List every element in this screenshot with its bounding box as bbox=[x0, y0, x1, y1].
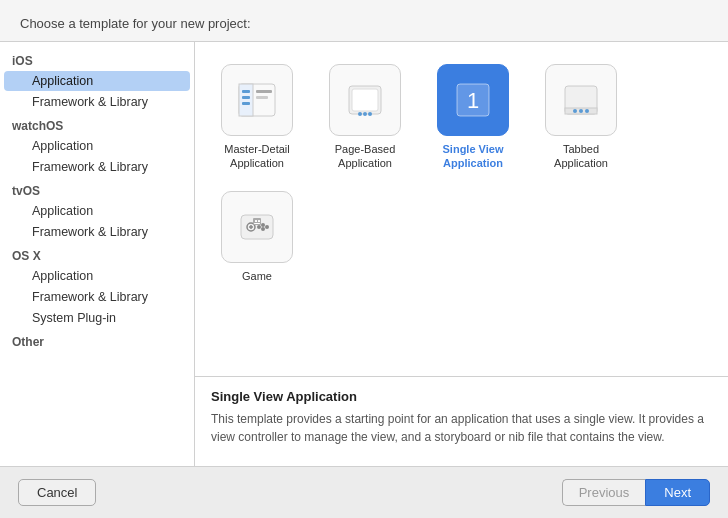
template-label-single-view: Single View Application bbox=[427, 142, 519, 171]
svg-rect-8 bbox=[352, 89, 378, 111]
template-label-master-detail: Master-Detail Application bbox=[211, 142, 303, 171]
description-area: Single View Application This template pr… bbox=[195, 376, 728, 466]
template-item-tabbed[interactable]: Tabbed Application bbox=[531, 58, 631, 177]
svg-point-10 bbox=[363, 112, 367, 116]
description-title: Single View Application bbox=[211, 389, 712, 404]
template-label-tabbed: Tabbed Application bbox=[535, 142, 627, 171]
svg-rect-6 bbox=[256, 96, 268, 99]
svg-rect-30 bbox=[254, 223, 260, 224]
single-view-icon-svg: 1 bbox=[451, 78, 495, 122]
master-detail-icon-svg bbox=[235, 78, 279, 122]
sidebar-item-tvos-application[interactable]: Application bbox=[4, 201, 190, 221]
dialog-window: Choose a template for your new project: … bbox=[0, 0, 728, 518]
dialog-body: iOSApplicationFramework & LibrarywatchOS… bbox=[0, 42, 728, 466]
cancel-button[interactable]: Cancel bbox=[18, 479, 96, 506]
content-area: Master-Detail Application Page-Based App… bbox=[195, 42, 728, 466]
sidebar-section-ios: iOS bbox=[0, 48, 194, 70]
svg-point-21 bbox=[261, 223, 265, 227]
sidebar-item-tvos-framework[interactable]: Framework & Library bbox=[4, 222, 190, 242]
sidebar-item-ios-framework[interactable]: Framework & Library bbox=[4, 92, 190, 112]
game-icon-svg bbox=[235, 205, 279, 249]
previous-button[interactable]: Previous bbox=[562, 479, 646, 506]
svg-rect-29 bbox=[258, 220, 260, 222]
page-based-icon-svg bbox=[343, 78, 387, 122]
sidebar-section-other: Other bbox=[0, 329, 194, 351]
template-item-single-view[interactable]: 1 Single View Application bbox=[423, 58, 523, 177]
sidebar-section-tvos: tvOS bbox=[0, 178, 194, 200]
template-label-page-based: Page-Based Application bbox=[319, 142, 411, 171]
sidebar-item-watchos-framework[interactable]: Framework & Library bbox=[4, 157, 190, 177]
svg-point-16 bbox=[573, 109, 577, 113]
svg-rect-2 bbox=[242, 90, 250, 93]
svg-rect-4 bbox=[242, 102, 250, 105]
svg-rect-5 bbox=[256, 90, 272, 93]
sidebar-item-osx-framework[interactable]: Framework & Library bbox=[4, 287, 190, 307]
svg-text:1: 1 bbox=[467, 88, 479, 113]
description-text: This template provides a starting point … bbox=[211, 410, 712, 446]
template-label-game: Game bbox=[242, 269, 272, 283]
template-item-master-detail[interactable]: Master-Detail Application bbox=[207, 58, 307, 177]
sidebar-item-ios-application[interactable]: Application bbox=[4, 71, 190, 91]
nav-button-group: Previous Next bbox=[562, 479, 710, 506]
svg-point-24 bbox=[257, 225, 261, 229]
tabbed-icon-svg bbox=[559, 78, 603, 122]
svg-point-17 bbox=[579, 109, 583, 113]
header-label: Choose a template for your new project: bbox=[20, 16, 251, 31]
svg-rect-28 bbox=[255, 220, 257, 222]
svg-point-18 bbox=[585, 109, 589, 113]
dialog-header: Choose a template for your new project: bbox=[0, 0, 728, 42]
svg-point-9 bbox=[358, 112, 362, 116]
sidebar-section-watchos: watchOS bbox=[0, 113, 194, 135]
sidebar-item-osx-plugin[interactable]: System Plug-in bbox=[4, 308, 190, 328]
sidebar-item-watchos-application[interactable]: Application bbox=[4, 136, 190, 156]
sidebar-section-osx: OS X bbox=[0, 243, 194, 265]
template-grid: Master-Detail Application Page-Based App… bbox=[195, 42, 728, 376]
svg-point-11 bbox=[368, 112, 372, 116]
svg-rect-3 bbox=[242, 96, 250, 99]
dialog-footer: Cancel Previous Next bbox=[0, 466, 728, 518]
next-button[interactable]: Next bbox=[645, 479, 710, 506]
svg-point-22 bbox=[265, 225, 269, 229]
template-item-game[interactable]: Game bbox=[207, 185, 307, 289]
svg-rect-1 bbox=[239, 84, 253, 116]
template-item-page-based[interactable]: Page-Based Application bbox=[315, 58, 415, 177]
sidebar-item-osx-application[interactable]: Application bbox=[4, 266, 190, 286]
sidebar: iOSApplicationFramework & LibrarywatchOS… bbox=[0, 42, 195, 466]
svg-point-23 bbox=[261, 227, 265, 231]
